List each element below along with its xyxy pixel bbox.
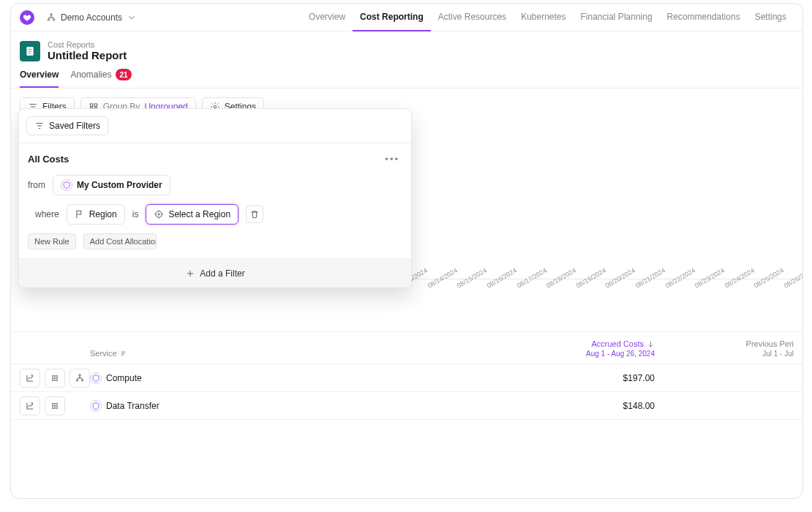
app-logo: [20, 10, 34, 25]
filter-field-label: Region: [89, 209, 117, 219]
chart-x-tick: 08/26/20: [783, 270, 803, 289]
accrued-cost-cell: $148.00: [567, 401, 655, 411]
operator-label: is: [132, 209, 139, 219]
row-action-button[interactable]: [45, 396, 65, 415]
svg-point-32: [81, 379, 83, 380]
service-name: Compute: [106, 373, 142, 383]
svg-point-37: [56, 403, 58, 404]
top-nav: OverviewCost ReportingActive ResourcesKu…: [301, 4, 794, 31]
sort-icon: [120, 350, 128, 358]
where-label: where: [35, 209, 59, 219]
svg-point-38: [52, 405, 53, 407]
add-filter-button[interactable]: Add a Filter: [19, 258, 411, 287]
subtab[interactable]: Overview: [20, 69, 59, 88]
col-prev-label: Previous Peri: [713, 339, 794, 348]
service-cell: Compute: [90, 372, 142, 384]
svg-point-28: [54, 380, 56, 381]
filter-field-chip[interactable]: Region: [67, 204, 125, 225]
filter-value-chip[interactable]: Select a Region: [146, 204, 238, 225]
workspace-switcher[interactable]: Demo Accounts: [42, 10, 141, 26]
grid-icon: [50, 373, 60, 383]
filter-value-label: Select a Region: [168, 209, 230, 219]
provider-name: My Custom Provider: [77, 180, 162, 190]
more-actions-button[interactable]: •••: [382, 152, 402, 166]
topnav-item[interactable]: Overview: [301, 4, 353, 31]
services-table: Service Accrued Costs Aug 1 - Aug 26, 20…: [11, 331, 802, 498]
svg-point-25: [54, 377, 56, 379]
report-subtabs: OverviewAnomalies21: [11, 61, 802, 89]
svg-point-43: [56, 407, 58, 409]
svg-point-21: [52, 375, 53, 377]
saved-filters-label: Saved Filters: [49, 121, 100, 131]
top-bar: Demo Accounts OverviewCost ReportingActi…: [11, 4, 802, 31]
svg-point-48: [158, 214, 159, 215]
accrued-cost-cell: $197.00: [567, 373, 655, 383]
add-filter-label: Add a Filter: [200, 268, 244, 279]
report-title[interactable]: Untitled Report: [48, 49, 127, 61]
svg-point-30: [79, 374, 80, 375]
table-row[interactable]: Data Transfer$148.00: [11, 392, 802, 420]
svg-point-41: [52, 407, 53, 409]
filter-set-title: All Costs: [28, 154, 69, 165]
topnav-item[interactable]: Financial Planning: [574, 4, 660, 31]
provider-icon: [90, 400, 102, 412]
document-icon: [24, 45, 36, 57]
svg-point-22: [54, 375, 56, 377]
col-prev-header[interactable]: Previous Peri Jul 1 - Jul: [713, 339, 794, 358]
service-name: Data Transfer: [106, 401, 159, 411]
open-chart-icon: [25, 401, 35, 411]
topnav-item[interactable]: Cost Reporting: [353, 4, 431, 31]
add-cost-allocation-button[interactable]: Add Cost Allocation: [83, 233, 157, 249]
svg-point-35: [52, 403, 53, 404]
new-rule-button[interactable]: New Rule: [28, 233, 76, 249]
delete-rule-button[interactable]: [246, 206, 263, 223]
flag-icon: [75, 209, 85, 219]
svg-point-1: [48, 18, 49, 20]
row-action-button[interactable]: [20, 369, 40, 388]
subtab[interactable]: Anomalies21: [70, 69, 131, 88]
plus-icon: [185, 268, 195, 279]
svg-rect-11: [94, 104, 97, 107]
svg-point-24: [52, 377, 53, 379]
svg-point-26: [56, 377, 58, 379]
subtab-label: Anomalies: [70, 69, 111, 80]
subtab-label: Overview: [20, 69, 59, 80]
report-type-icon: [20, 41, 40, 61]
svg-point-31: [76, 379, 78, 380]
col-accrued-header[interactable]: Accrued Costs Aug 1 - Aug 26, 2024: [586, 339, 655, 358]
chevron-down-icon: [127, 12, 137, 23]
topnav-item[interactable]: Kubernetes: [514, 4, 573, 31]
org-tree-icon: [46, 12, 56, 23]
topnav-item[interactable]: Recommendations: [660, 4, 748, 31]
anomalies-badge: 21: [116, 69, 131, 80]
breadcrumb[interactable]: Cost Reports: [48, 40, 127, 49]
provider-icon: [90, 372, 102, 384]
svg-rect-10: [90, 104, 93, 107]
svg-point-36: [54, 403, 56, 404]
filter-icon: [34, 121, 45, 131]
arrow-down-icon: [647, 340, 655, 348]
row-action-button[interactable]: [20, 396, 40, 415]
svg-point-40: [56, 405, 58, 407]
row-action-button[interactable]: [69, 369, 90, 388]
table-row[interactable]: Compute$197.00: [11, 364, 802, 392]
open-chart-icon: [25, 373, 35, 383]
trash-icon: [249, 209, 260, 219]
col-accrued-label: Accrued Costs: [591, 339, 644, 348]
saved-filters-button[interactable]: Saved Filters: [26, 116, 108, 135]
workspace-label: Demo Accounts: [61, 12, 122, 23]
heart-icon: [23, 13, 31, 22]
svg-point-0: [50, 13, 52, 15]
topnav-item[interactable]: Settings: [748, 4, 794, 31]
svg-point-23: [56, 375, 58, 377]
row-action-button[interactable]: [45, 369, 65, 388]
svg-point-39: [54, 405, 56, 407]
col-service-header[interactable]: Service: [90, 349, 128, 358]
svg-point-29: [56, 380, 58, 381]
svg-point-27: [52, 380, 53, 381]
col-accrued-range: Aug 1 - Aug 26, 2024: [586, 350, 655, 358]
topnav-item[interactable]: Active Resources: [431, 4, 514, 31]
grid-icon: [50, 401, 60, 411]
col-prev-range: Jul 1 - Jul: [713, 350, 794, 358]
provider-chip[interactable]: My Custom Provider: [53, 175, 170, 195]
